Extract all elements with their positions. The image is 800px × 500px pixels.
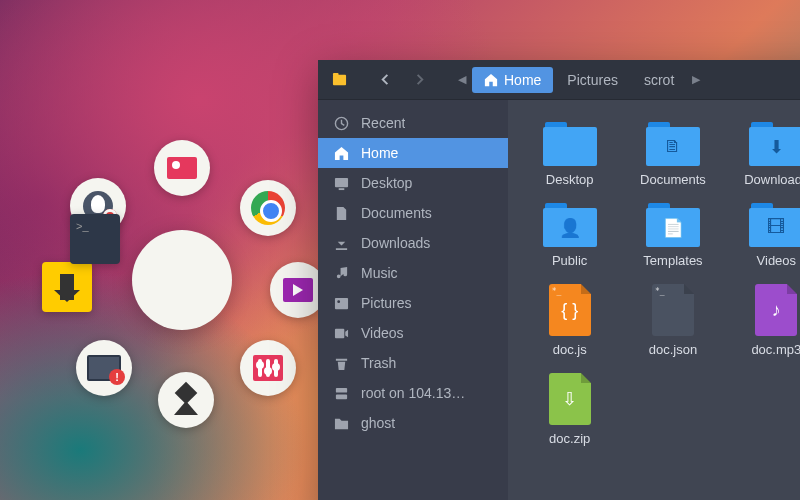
sidebar: Recent Home Desktop Documents Downloads … xyxy=(318,100,508,500)
file-label: Videos xyxy=(757,253,797,268)
svg-rect-8 xyxy=(336,387,347,392)
terminal-icon: >_ xyxy=(76,220,89,232)
sidebar-item-ghost[interactable]: ghost xyxy=(318,408,508,438)
sidebar-item-recent[interactable]: Recent xyxy=(318,108,508,138)
sidebar-item-pictures[interactable]: Pictures xyxy=(318,288,508,318)
file-icon: ⇩ xyxy=(549,373,591,425)
file-label: Public xyxy=(552,253,587,268)
display-icon xyxy=(87,355,121,381)
file-label: Downloads xyxy=(744,172,800,187)
sidebar-item-label: Pictures xyxy=(361,295,412,311)
equalizer-icon xyxy=(253,355,283,381)
network-icon xyxy=(334,386,349,401)
app-icon[interactable] xyxy=(324,65,354,95)
file-item[interactable]: Desktop xyxy=(520,118,619,191)
sidebar-item-trash[interactable]: Trash xyxy=(318,348,508,378)
sidebar-item-desktop[interactable]: Desktop xyxy=(318,168,508,198)
trash-icon xyxy=(334,356,349,371)
file-item[interactable]: *_doc.json xyxy=(623,280,722,361)
sidebar-item-label: Home xyxy=(361,145,398,161)
folder-icon: ⬇ xyxy=(749,122,800,166)
document-icon xyxy=(334,206,349,221)
sidebar-item-home[interactable]: Home xyxy=(318,138,508,168)
breadcrumb-label: Pictures xyxy=(567,72,618,88)
desktop-icon xyxy=(334,176,349,191)
sidebar-item-label: Recent xyxy=(361,115,405,131)
file-icon: *_ xyxy=(652,284,694,336)
sidebar-item-label: Downloads xyxy=(361,235,430,251)
folder-icon xyxy=(334,416,349,431)
file-item[interactable]: ⬇Downloads xyxy=(727,118,800,191)
clock-icon xyxy=(334,116,349,131)
breadcrumb-next-icon[interactable]: ▶ xyxy=(688,73,704,86)
breadcrumb-label: Home xyxy=(504,72,541,88)
file-label: Documents xyxy=(640,172,706,187)
sidebar-item-label: Documents xyxy=(361,205,432,221)
forward-button[interactable] xyxy=(404,65,434,95)
back-button[interactable] xyxy=(370,65,400,95)
music-icon xyxy=(334,266,349,281)
breadcrumb-home[interactable]: Home xyxy=(472,67,553,93)
download-icon xyxy=(334,236,349,251)
file-item[interactable]: ♪doc.mp3 xyxy=(727,280,800,361)
file-item[interactable]: 📄Templates xyxy=(623,199,722,272)
file-item[interactable]: ⇩doc.zip xyxy=(520,369,619,450)
file-icon: *_{ } xyxy=(549,284,591,336)
sidebar-item-network[interactable]: root on 104.13… xyxy=(318,378,508,408)
sidebar-item-label: Trash xyxy=(361,355,396,371)
image-icon xyxy=(167,157,197,179)
folder-icon: 🎞 xyxy=(749,203,800,247)
file-label: doc.json xyxy=(649,342,697,357)
breadcrumb-label: scrot xyxy=(644,72,674,88)
file-item[interactable]: *_{ }doc.js xyxy=(520,280,619,361)
breadcrumb-pictures[interactable]: Pictures xyxy=(555,67,630,93)
inkscape-icon xyxy=(171,385,201,415)
file-manager-window: ◀ Home Pictures scrot ▶ Recent Home Desk… xyxy=(318,60,800,500)
play-icon xyxy=(283,278,313,302)
svg-rect-5 xyxy=(335,297,348,308)
sidebar-item-downloads[interactable]: Downloads xyxy=(318,228,508,258)
folder-icon: 🗎 xyxy=(646,122,700,166)
file-label: doc.js xyxy=(553,342,587,357)
toolbar: ◀ Home Pictures scrot ▶ xyxy=(318,60,800,100)
file-icon: ♪ xyxy=(755,284,797,336)
file-item[interactable]: 🗎Documents xyxy=(623,118,722,191)
home-icon xyxy=(334,146,349,161)
folder-icon: 👤 xyxy=(543,203,597,247)
file-label: Desktop xyxy=(546,172,594,187)
svg-point-6 xyxy=(337,300,340,303)
breadcrumb-scrot[interactable]: scrot xyxy=(632,67,686,93)
file-item[interactable]: 👤Public xyxy=(520,199,619,272)
svg-rect-0 xyxy=(332,75,345,85)
home-icon xyxy=(484,73,498,87)
svg-rect-9 xyxy=(336,394,347,399)
pie-center[interactable] xyxy=(132,230,232,330)
sidebar-item-label: Desktop xyxy=(361,175,412,191)
sidebar-item-label: root on 104.13… xyxy=(361,385,465,401)
video-icon xyxy=(334,326,349,341)
pie-item-chrome[interactable] xyxy=(240,180,296,236)
pie-item-audio-mixer[interactable] xyxy=(240,340,296,396)
folder-icon xyxy=(543,122,597,166)
file-item[interactable]: 🎞Videos xyxy=(727,199,800,272)
file-label: doc.mp3 xyxy=(751,342,800,357)
svg-rect-3 xyxy=(335,177,348,186)
sidebar-item-videos[interactable]: Videos xyxy=(318,318,508,348)
sidebar-item-label: Videos xyxy=(361,325,404,341)
svg-rect-1 xyxy=(332,73,338,76)
pie-item-displays[interactable] xyxy=(76,340,132,396)
sidebar-item-documents[interactable]: Documents xyxy=(318,198,508,228)
chrome-icon xyxy=(251,191,285,225)
file-label: doc.zip xyxy=(549,431,590,446)
svg-rect-7 xyxy=(335,328,344,337)
pie-item-image-viewer[interactable] xyxy=(154,140,210,196)
pie-item-downloader[interactable] xyxy=(42,262,92,312)
file-label: Templates xyxy=(643,253,702,268)
sidebar-item-music[interactable]: Music xyxy=(318,258,508,288)
breadcrumb: ◀ Home Pictures scrot ▶ xyxy=(454,67,704,93)
pie-item-terminal[interactable]: >_ xyxy=(70,214,120,264)
sidebar-item-label: ghost xyxy=(361,415,395,431)
breadcrumb-prev-icon[interactable]: ◀ xyxy=(454,73,470,86)
file-grid: Desktop🗎Documents⬇Downloads👤Public📄Templ… xyxy=(508,100,800,500)
pie-item-inkscape[interactable] xyxy=(158,372,214,428)
